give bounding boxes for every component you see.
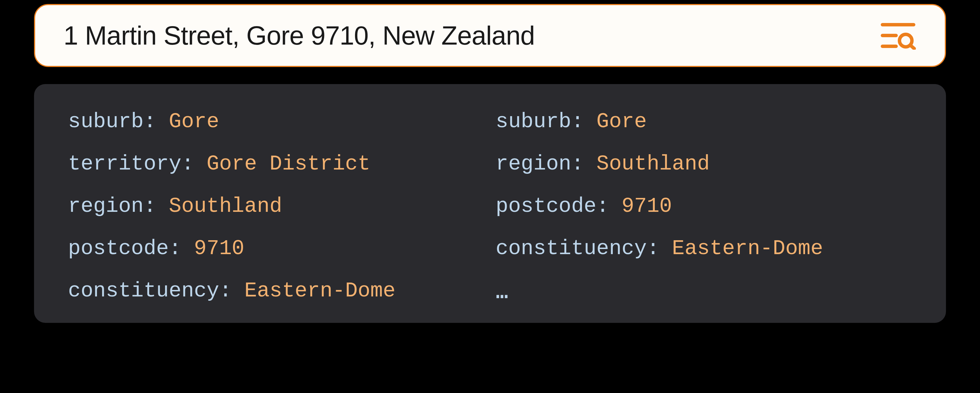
result-sep: : <box>647 236 672 260</box>
result-row: suburb: Gore <box>496 111 912 132</box>
search-filter-button[interactable] <box>877 18 919 53</box>
result-sep: : <box>143 110 169 133</box>
result-sep: : <box>597 194 622 218</box>
result-key: region <box>496 152 571 176</box>
result-row: region: Southland <box>496 153 912 174</box>
search-input[interactable] <box>64 21 877 51</box>
result-row: constituency: Eastern-Dome <box>496 238 912 259</box>
result-row: postcode: 9710 <box>496 196 912 217</box>
result-key: constituency <box>68 279 219 303</box>
result-row: suburb: Gore <box>68 111 484 132</box>
result-key: postcode <box>496 194 597 218</box>
result-value: Southland <box>169 194 282 218</box>
results-panel: suburb: Gore territory: Gore District re… <box>34 84 946 323</box>
result-value: Southland <box>597 152 710 176</box>
result-value: 9710 <box>622 194 672 218</box>
result-value: 9710 <box>194 236 245 260</box>
svg-line-4 <box>910 45 914 49</box>
result-ellipsis: … <box>496 280 912 303</box>
result-key: constituency <box>496 236 647 260</box>
result-row: region: Southland <box>68 196 484 217</box>
search-bar <box>34 4 946 67</box>
ellipsis: … <box>496 278 508 303</box>
result-key: postcode <box>68 236 169 260</box>
result-key: region <box>68 194 143 218</box>
result-sep: : <box>571 152 597 176</box>
result-column-right: suburb: Gore region: Southland postcode:… <box>496 111 912 303</box>
result-sep: : <box>169 236 194 260</box>
result-value: Eastern-Dome <box>672 236 823 260</box>
result-row: postcode: 9710 <box>68 238 484 259</box>
result-value: Gore <box>169 110 219 133</box>
list-search-icon <box>880 21 916 50</box>
result-sep: : <box>571 110 597 133</box>
result-key: territory <box>68 152 181 176</box>
result-row: territory: Gore District <box>68 153 484 174</box>
result-value: Gore <box>597 110 647 133</box>
result-value: Eastern-Dome <box>245 279 396 303</box>
result-key: suburb <box>68 110 143 133</box>
result-sep: : <box>181 152 207 176</box>
result-row: constituency: Eastern-Dome <box>68 280 484 301</box>
result-sep: : <box>143 194 169 218</box>
result-sep: : <box>219 279 245 303</box>
result-column-left: suburb: Gore territory: Gore District re… <box>68 111 484 303</box>
result-value: Gore District <box>207 152 370 176</box>
result-key: suburb <box>496 110 571 133</box>
